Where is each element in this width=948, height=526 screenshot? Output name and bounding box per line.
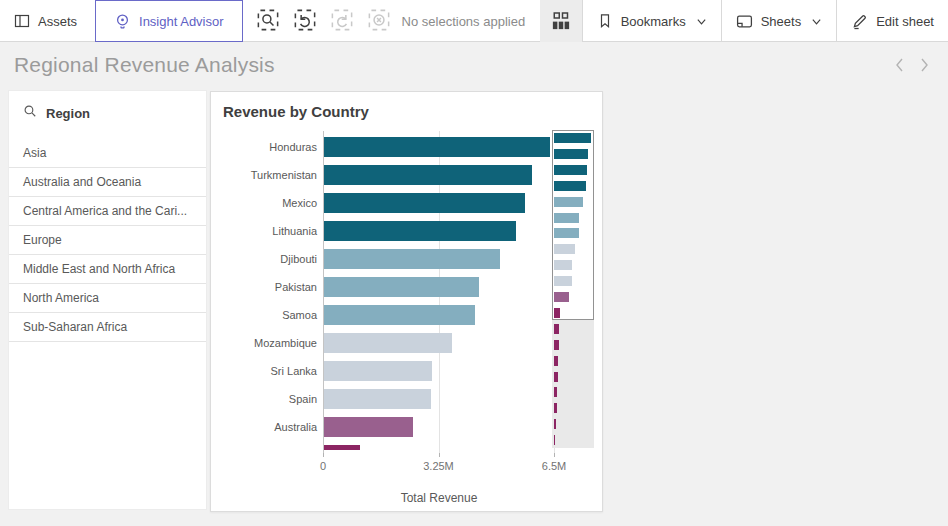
- selections-toolbar: [243, 0, 402, 42]
- region-list-item[interactable]: Asia: [9, 139, 206, 168]
- bar[interactable]: [324, 277, 479, 297]
- bar[interactable]: [324, 193, 525, 213]
- bar-label: Sri Lanka: [211, 364, 317, 378]
- minimap-bar: [554, 435, 555, 445]
- chevron-down-icon: [696, 16, 707, 27]
- chevron-down-icon: [811, 16, 822, 27]
- top-toolbar: Assets Insight Advisor: [0, 0, 948, 42]
- x-axis-tick: [323, 453, 324, 457]
- revenue-chart-card: Revenue by Country 03.25M6.5MHondurasTur…: [210, 91, 603, 512]
- region-list-item[interactable]: North America: [9, 284, 206, 313]
- bar-label: Mozambique: [211, 336, 317, 350]
- bar[interactable]: [324, 417, 413, 437]
- assets-button[interactable]: Assets: [0, 0, 91, 42]
- x-axis-title: Total Revenue: [323, 491, 555, 505]
- filter-title: Region: [46, 106, 90, 121]
- bookmark-icon: [597, 13, 613, 29]
- bar-label: Djibouti: [211, 252, 317, 266]
- bookmarks-label: Bookmarks: [621, 14, 686, 29]
- minimap-bar: [554, 387, 557, 397]
- bar-label: Pakistan: [211, 280, 317, 294]
- sheets-label: Sheets: [761, 14, 801, 29]
- region-list-item[interactable]: Central America and the Cari...: [9, 197, 206, 226]
- qlik-sense-app: Assets Insight Advisor: [0, 0, 948, 526]
- insight-bulb-icon: [114, 13, 131, 30]
- bar[interactable]: [324, 221, 516, 241]
- x-tick-label: 6.5M: [532, 460, 576, 472]
- bar[interactable]: [324, 137, 550, 157]
- sheet-navigation: [894, 57, 934, 73]
- chevron-right-icon[interactable]: [919, 57, 930, 73]
- sheets-button[interactable]: Sheets: [722, 0, 836, 42]
- plot-area: 03.25M6.5MHondurasTurkmenistanMexicoLith…: [211, 92, 604, 513]
- minimap-bar: [554, 324, 559, 334]
- minimap-viewport-window[interactable]: [552, 130, 594, 320]
- region-filter-header[interactable]: Region: [9, 91, 206, 135]
- bar[interactable]: [324, 305, 475, 325]
- x-tick-label: 0: [301, 460, 345, 472]
- bar-label: Samoa: [211, 308, 317, 322]
- edit-sheet-label: Edit sheet: [876, 14, 934, 29]
- region-list-item[interactable]: Australia and Oceania: [9, 168, 206, 197]
- bar-label: Honduras: [211, 140, 317, 154]
- region-list-item[interactable]: Europe: [9, 226, 206, 255]
- assets-panel-icon: [14, 13, 30, 29]
- minimap-bar: [554, 403, 557, 413]
- bar-label: Lithuania: [211, 224, 317, 238]
- bar-partial[interactable]: [324, 445, 360, 450]
- toolbar-left: Assets Insight Advisor: [0, 0, 535, 42]
- app-grid-icon[interactable]: [540, 0, 582, 42]
- minimap-bar: [554, 419, 556, 429]
- assets-label: Assets: [38, 14, 77, 29]
- selections-status: No selections applied: [402, 0, 536, 42]
- sheet-header: Regional Revenue Analysis: [0, 42, 948, 88]
- bar[interactable]: [324, 165, 532, 185]
- bookmarks-button[interactable]: Bookmarks: [583, 0, 721, 42]
- sheet-title: Regional Revenue Analysis: [14, 53, 275, 77]
- region-filter-panel: Region AsiaAustralia and OceaniaCentral …: [8, 90, 207, 510]
- selections-search-icon[interactable]: [257, 9, 279, 34]
- insight-advisor-button[interactable]: Insight Advisor: [95, 0, 243, 42]
- region-list: AsiaAustralia and OceaniaCentral America…: [9, 139, 206, 342]
- bar[interactable]: [324, 249, 500, 269]
- bar[interactable]: [324, 389, 431, 409]
- minimap-bar: [554, 340, 559, 350]
- search-icon: [23, 104, 37, 122]
- bar[interactable]: [324, 361, 432, 381]
- bar-label: Australia: [211, 420, 317, 434]
- chevron-left-icon[interactable]: [894, 57, 905, 73]
- x-axis-tick: [439, 453, 440, 457]
- step-back-icon[interactable]: [294, 9, 316, 34]
- insight-advisor-label: Insight Advisor: [139, 14, 224, 29]
- clear-selections-icon[interactable]: [368, 9, 390, 34]
- bar-label: Mexico: [211, 196, 317, 210]
- pencil-icon: [851, 13, 868, 30]
- region-list-item[interactable]: Middle East and North Africa: [9, 255, 206, 284]
- minimap-bar: [554, 356, 558, 366]
- x-axis-tick: [554, 453, 555, 457]
- sheet-icon: [736, 13, 753, 30]
- bar[interactable]: [324, 333, 452, 353]
- region-list-item[interactable]: Sub-Saharan Africa: [9, 313, 206, 342]
- minimap-bar: [554, 372, 558, 382]
- toolbar-right: Bookmarks Sheets: [540, 0, 948, 42]
- x-tick-label: 3.25M: [417, 460, 461, 472]
- bar-label: Turkmenistan: [211, 168, 317, 182]
- bar-label: Spain: [211, 392, 317, 406]
- edit-sheet-button[interactable]: Edit sheet: [837, 0, 948, 42]
- step-forward-icon[interactable]: [331, 9, 353, 34]
